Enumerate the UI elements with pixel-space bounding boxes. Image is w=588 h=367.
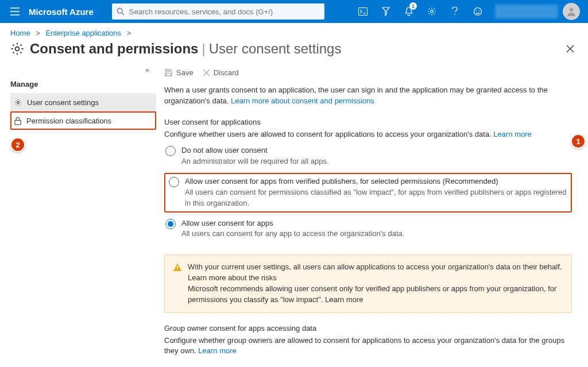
gear-icon [427, 7, 436, 16]
section-subtitle: Configure whether group owners are allow… [164, 335, 572, 357]
radio-control[interactable] [165, 146, 176, 156]
page-title-row: Consent and permissions | User consent s… [0, 41, 588, 66]
learn-risks-link[interactable]: Learn more about the risks [188, 273, 277, 282]
radio-control[interactable] [165, 219, 176, 229]
search-icon [117, 7, 125, 16]
learn-more-link[interactable]: Learn more [493, 130, 531, 138]
gear-icon [10, 42, 24, 56]
breadcrumb-home[interactable]: Home [10, 29, 30, 37]
account-name-redacted [495, 5, 558, 18]
svg-rect-2 [359, 8, 368, 16]
section-subtitle: Configure whether users are allowed to c… [164, 129, 572, 140]
radio-control[interactable] [169, 177, 179, 187]
svg-point-10 [17, 101, 20, 103]
smile-icon [473, 7, 482, 16]
help-icon [452, 7, 458, 16]
radio-label: Allow user consent for apps [181, 218, 404, 229]
svg-point-7 [479, 10, 480, 11]
annotation-badge-1: 1 [571, 134, 586, 149]
svg-point-4 [454, 14, 455, 15]
radio-do-not-allow[interactable]: Do not allow user consent An administrat… [164, 143, 572, 169]
section-title: Group owner consent for apps accessing d… [164, 323, 572, 334]
avatar [563, 3, 580, 20]
global-search[interactable] [112, 3, 324, 20]
svg-point-6 [476, 10, 477, 11]
close-icon [566, 45, 574, 53]
svg-rect-13 [177, 269, 178, 271]
account-menu[interactable] [489, 3, 583, 20]
warning-line1: With your current user settings, all use… [188, 262, 562, 271]
section-user-consent-apps: User consent for applications Configure … [164, 117, 572, 242]
radio-label: Allow user consent for apps from verifie… [185, 176, 567, 187]
svg-rect-11 [15, 120, 21, 125]
hamburger-icon [10, 7, 20, 16]
sidebar-section-label: Manage [10, 78, 156, 93]
learn-more-consent-link[interactable]: Learn more about consent and permissions [231, 96, 374, 105]
breadcrumb-enterprise-apps[interactable]: Enterprise applications [46, 29, 122, 37]
breadcrumb: Home > Enterprise applications > [0, 23, 588, 41]
save-button[interactable]: Save [164, 68, 194, 77]
warning-box: With your current user settings, all use… [164, 254, 572, 312]
sidebar: « Manage User consent settings Permissio… [0, 66, 156, 358]
discard-button[interactable]: Discard [203, 68, 239, 77]
breadcrumb-sep: > [32, 29, 44, 37]
close-button[interactable] [563, 41, 578, 56]
warning-icon [173, 263, 182, 305]
sidebar-item-user-consent[interactable]: User consent settings [10, 93, 156, 111]
title-pipe: | [198, 41, 208, 57]
radio-allow-verified[interactable]: Allow user consent for apps from verifie… [164, 173, 572, 213]
person-icon [566, 6, 577, 17]
cloud-shell-icon [358, 7, 368, 16]
radio-allow-all[interactable]: Allow user consent for apps All users ca… [164, 216, 572, 242]
svg-point-3 [431, 10, 434, 13]
radio-desc: All users can consent for permissions cl… [185, 187, 567, 209]
radio-label: Do not allow user consent [181, 145, 329, 156]
page-subtitle: User consent settings [209, 41, 342, 57]
notification-badge: 1 [409, 2, 417, 10]
svg-point-5 [474, 8, 482, 16]
discard-label: Discard [214, 68, 239, 77]
command-bar: Save Discard [164, 66, 572, 85]
intro-text: When a user grants consent to an applica… [164, 85, 572, 107]
help-button[interactable] [443, 0, 466, 23]
sidebar-item-permission-classifications[interactable]: Permission classifications [10, 111, 156, 130]
learn-more-link[interactable]: Learn more [325, 295, 363, 304]
top-bar: Microsoft Azure 1 [0, 0, 588, 23]
section-group-owner-consent: Group owner consent for apps accessing d… [164, 323, 572, 358]
svg-line-1 [122, 13, 124, 15]
section-title: User consent for applications [164, 117, 572, 128]
learn-more-link[interactable]: Learn more [198, 346, 236, 355]
brand-label: Microsoft Azure [25, 7, 102, 17]
discard-icon [203, 69, 210, 76]
svg-point-8 [570, 8, 573, 11]
sidebar-item-label: Permission classifications [26, 117, 111, 125]
search-input[interactable] [129, 7, 324, 16]
settings-button[interactable] [420, 0, 443, 23]
save-icon [164, 68, 173, 77]
cloud-shell-button[interactable] [351, 0, 374, 23]
top-icon-bar: 1 [351, 0, 583, 23]
radio-desc: An administrator will be required for al… [181, 156, 329, 167]
filter-icon [382, 7, 390, 16]
directories-button[interactable] [374, 0, 397, 23]
sidebar-item-label: User consent settings [27, 98, 99, 107]
page-title: Consent and permissions [30, 41, 198, 57]
svg-point-9 [16, 47, 20, 51]
collapse-sidebar-button[interactable]: « [10, 66, 156, 78]
lock-icon [14, 117, 22, 125]
annotation-badge-2: 2 [10, 137, 25, 152]
hamburger-menu[interactable] [5, 1, 25, 22]
breadcrumb-sep: > [123, 29, 135, 37]
main-pane: Save Discard When a user grants consent … [156, 66, 588, 358]
feedback-button[interactable] [466, 0, 489, 23]
gear-icon [14, 98, 22, 107]
svg-rect-12 [177, 266, 178, 269]
radio-desc: All users can consent for any app to acc… [181, 229, 404, 239]
save-label: Save [176, 68, 194, 77]
warning-line2: Microsoft recommends allowing user conse… [188, 284, 556, 304]
svg-point-0 [117, 8, 122, 13]
notifications-button[interactable]: 1 [397, 0, 420, 23]
